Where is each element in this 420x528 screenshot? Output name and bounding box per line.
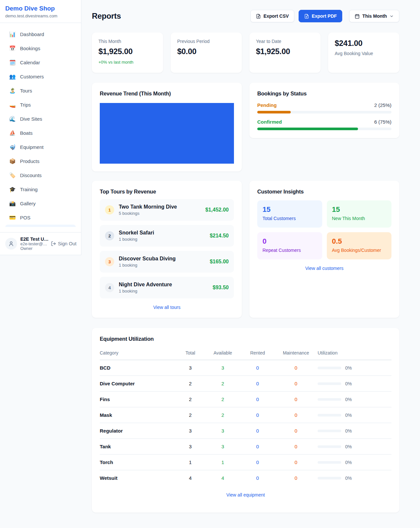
equipment-utilization-panel: Equipment Utilization Category Total Ava… (92, 328, 399, 513)
view-all-customers-link[interactable]: View all customers (257, 266, 391, 271)
cell-category: Fins (100, 392, 176, 407)
status-value: 2 (25%) (374, 102, 391, 108)
top-tours-title: Top Tours by Revenue (100, 189, 234, 195)
export-csv-button[interactable]: Export CSV (250, 10, 294, 22)
tile-total-customers: 15 Total Customers (257, 200, 322, 228)
table-row: Mask 2 2 0 0 0% (100, 407, 391, 423)
tile-value: 0 (262, 237, 317, 246)
cell-total: 1 (176, 455, 205, 470)
top-tours-panel: Top Tours by Revenue 1 Two Tank Morning … (92, 181, 242, 318)
cell-category: Tank (100, 439, 176, 455)
cell-total: 3 (176, 423, 205, 439)
table-row: Fins 2 2 0 0 0% (100, 392, 391, 407)
sign-out-button[interactable]: Sign Out (51, 241, 76, 246)
sidebar-item-dive-sites[interactable]: 🌊 Dive Sites (5, 112, 76, 126)
utilization-bar-track (318, 398, 341, 401)
cell-maintenance: 0 (274, 439, 318, 455)
customer-insights-title: Customer Insights (257, 189, 391, 195)
cell-utilization: 0% (318, 470, 391, 486)
tile-avg-bookings: 0.5 Avg Bookings/Customer (327, 232, 392, 259)
sidebar: Demo Dive Shop demo.test.divestreams.com… (0, 0, 81, 255)
cell-utilization: 0% (318, 423, 391, 439)
sidebar-item-products[interactable]: 📦 Products (5, 154, 76, 168)
table-row: Dive Computer 2 2 0 0 0% (100, 376, 391, 392)
sidebar-item-gallery[interactable]: 📸 Gallery (5, 196, 76, 211)
cell-total: 2 (176, 392, 205, 407)
period-label: This Month (362, 13, 387, 19)
tile-value: 0.5 (332, 237, 387, 246)
utilization-percent: 0% (345, 397, 352, 402)
status-bar-track (257, 128, 391, 130)
cell-category: Wetsuit (100, 470, 176, 486)
sidebar-item-training[interactable]: 🎓 Training (5, 182, 76, 196)
page-title: Reports (92, 11, 121, 21)
user-name: E2E Test U… (20, 236, 48, 242)
sidebar-item-reports[interactable]: Reports (5, 225, 76, 227)
tour-revenue: $1,452.00 (205, 207, 229, 213)
sidebar-item-label: Training (20, 187, 38, 192)
package-icon: 📦 (9, 159, 16, 164)
utilization-bar-track (318, 477, 341, 479)
col-category: Category (100, 347, 176, 360)
stat-value: $241.00 (335, 39, 393, 48)
cell-utilization: 0% (318, 392, 391, 407)
tour-row[interactable]: 4 Night Dive Adventure 1 booking $93.50 (100, 277, 234, 298)
period-dropdown[interactable]: This Month (349, 10, 399, 22)
user-email: e2e-tester@… (20, 242, 48, 246)
cell-maintenance: 0 (274, 423, 318, 439)
sidebar-item-bookings[interactable]: 📅 Bookings (5, 41, 76, 55)
status-bar-fill (257, 111, 291, 113)
bookings-calendar-icon: 📅 (9, 46, 16, 51)
tour-row[interactable]: 2 Snorkel Safari 1 booking $214.50 (100, 225, 234, 247)
cell-maintenance: 0 (274, 470, 318, 486)
stat-this-month: This Month $1,925.00 +0% vs last month (92, 32, 163, 73)
tours-island-icon: 🏝️ (9, 88, 16, 93)
sidebar-item-label: Customers (20, 74, 44, 79)
revenue-trend-title: Revenue Trend (This Month) (100, 91, 234, 97)
col-rented: Rented (241, 347, 274, 360)
sidebar-item-label: Equipment (20, 144, 44, 150)
rank-badge: 3 (105, 257, 114, 266)
main-content: Reports Export CSV Exp (81, 0, 410, 523)
sidebar-item-discounts[interactable]: 🏷️ Discounts (5, 168, 76, 182)
tile-label: Avg Bookings/Customer (332, 248, 387, 253)
shop-name: Demo Dive Shop (5, 5, 76, 12)
cell-available: 2 (205, 392, 241, 407)
customers-icon: 👥 (9, 74, 16, 79)
sidebar-item-calendar[interactable]: 🗓️ Calendar (5, 55, 76, 70)
sidebar-item-tours[interactable]: 🏝️ Tours (5, 84, 76, 98)
stat-year-to-date: Year to Date $1,925.00 (249, 32, 321, 73)
tour-row[interactable]: 1 Two Tank Morning Dive 5 bookings $1,45… (100, 199, 234, 221)
tour-bookings: 1 booking (119, 237, 154, 242)
sidebar-item-equipment[interactable]: 🤿 Equipment (5, 140, 76, 154)
header-actions: Export CSV Export PDF (250, 10, 399, 22)
cell-maintenance: 0 (274, 360, 318, 376)
col-available: Available (205, 347, 241, 360)
utilization-percent: 0% (345, 428, 352, 434)
cell-rented: 0 (241, 360, 274, 376)
export-pdf-button[interactable]: Export PDF (299, 10, 342, 22)
revenue-trend-panel: Revenue Trend (This Month) (92, 83, 242, 172)
utilization-percent: 0% (345, 476, 352, 481)
sidebar-item-dashboard[interactable]: 📊 Dashboard (5, 27, 76, 41)
tour-row[interactable]: 3 Discover Scuba Diving 1 booking $165.0… (100, 251, 234, 273)
sidebar-item-label: Tours (20, 88, 32, 93)
sidebar-item-pos[interactable]: 💳 POS (5, 211, 76, 225)
sidebar-item-trips[interactable]: 🚤 Trips (5, 98, 76, 112)
tour-revenue: $93.50 (213, 285, 229, 291)
tile-label: Total Customers (262, 216, 317, 221)
table-header-row: Category Total Available Rented Maintena… (100, 347, 391, 360)
rank-badge: 1 (105, 205, 114, 214)
view-all-tours-link[interactable]: View all tours (100, 305, 234, 310)
sidebar-item-label: Trips (20, 102, 31, 108)
sidebar-item-customers[interactable]: 👥 Customers (5, 70, 76, 84)
view-all-equipment-link[interactable]: View all equipment (100, 492, 391, 498)
cell-total: 2 (176, 376, 205, 392)
cell-rented: 0 (241, 392, 274, 407)
cell-category: Torch (100, 455, 176, 470)
utilization-bar-track (318, 445, 341, 448)
cell-available: 3 (205, 360, 241, 376)
sidebar-item-boats[interactable]: ⛵ Boats (5, 126, 76, 140)
bookings-by-status-title: Bookings by Status (257, 91, 391, 97)
table-row: Torch 1 1 0 0 0% (100, 455, 391, 470)
